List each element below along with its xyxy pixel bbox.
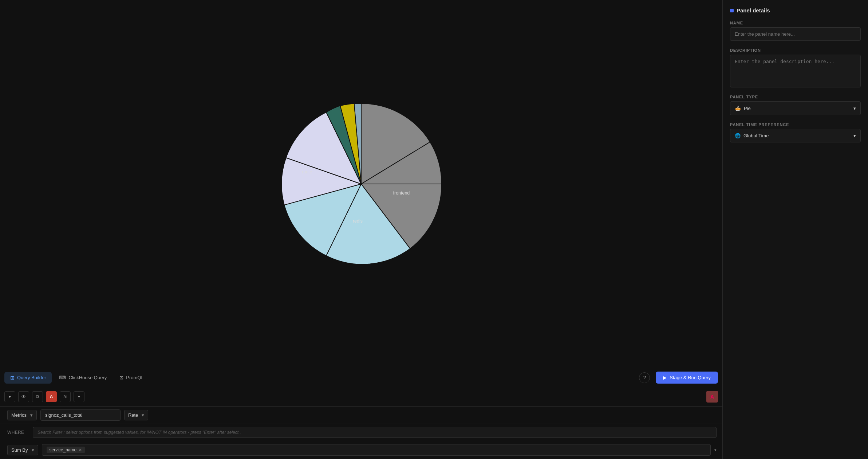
service-name-tag: service_name ✕	[47, 447, 85, 453]
panel-time-left: 🌐 Global Time	[735, 133, 769, 138]
panel-time-value: Global Time	[743, 133, 769, 138]
where-filter-input[interactable]: Search Filter : select options from sugg…	[33, 427, 717, 438]
label-frontend: frontend	[393, 191, 410, 196]
tabs-bar: ⊞ Query Builder ⌨ ClickHouse Query ⧖ Pro…	[0, 368, 722, 387]
panel-type-field-group: PANEL TYPE 🥧 Pie ▾	[730, 95, 861, 115]
eye-icon: 👁	[21, 394, 26, 399]
sum-by-chevron-icon: ▾	[32, 447, 34, 453]
run-query-label: Stage & Run Query	[670, 375, 711, 380]
where-row: WHERE Search Filter : select options fro…	[0, 424, 722, 441]
help-button[interactable]: ?	[639, 372, 650, 383]
query-label-badge: A	[706, 391, 718, 403]
panel-time-field-group: PANEL TIME PREFERENCE 🌐 Global Time ▾	[730, 122, 861, 142]
where-label: WHERE	[7, 430, 29, 435]
copy-icon: ⧉	[36, 394, 39, 399]
label-a-button[interactable]: A	[46, 391, 57, 402]
query-controls: ▾ 👁 ⧉ A fx + A	[0, 387, 722, 407]
panel-dot-icon	[730, 9, 734, 12]
panel-type-select[interactable]: 🥧 Pie ▾	[730, 101, 861, 115]
sum-by-label: Sum By	[11, 447, 28, 453]
type-value: Metrics	[11, 412, 27, 418]
right-panel: Panel details NAME DESCRIPTION PANEL TYP…	[722, 0, 868, 459]
main-area: frontend redis route ⊞ Query Builder ⌨ C…	[0, 0, 722, 459]
tag-text: service_name	[50, 447, 77, 452]
metric-name-input[interactable]	[40, 409, 121, 421]
badge-a-text: A	[710, 394, 714, 400]
chevron-down-icon: ▾	[9, 394, 11, 399]
tab-promql-label: PromQL	[126, 375, 143, 380]
add-button[interactable]: +	[74, 391, 84, 402]
description-input[interactable]	[730, 55, 861, 87]
type-select[interactable]: Metrics ▾	[7, 410, 37, 420]
panel-type-chevron-icon: ▾	[853, 106, 856, 111]
aggregation-value: Rate	[128, 412, 138, 418]
sum-by-tag-input[interactable]: service_name ✕	[42, 444, 711, 456]
description-field-group: DESCRIPTION	[730, 48, 861, 87]
run-query-button[interactable]: ▶ Stage & Run Query	[656, 372, 718, 384]
pie-chart: frontend redis route	[274, 97, 449, 271]
label-badge-a: A	[706, 391, 718, 403]
type-chevron-icon: ▾	[30, 412, 33, 418]
query-section: ⊞ Query Builder ⌨ ClickHouse Query ⧖ Pro…	[0, 368, 722, 459]
tab-clickhouse-query[interactable]: ⌨ ClickHouse Query	[53, 372, 113, 383]
panel-type-label: PANEL TYPE	[730, 95, 861, 99]
panel-title: Panel details	[737, 7, 770, 13]
metrics-row: Metrics ▾ // Set value inline for text i…	[0, 407, 722, 424]
copy-button[interactable]: ⧉	[32, 391, 43, 402]
aggregation-chevron-icon: ▾	[142, 412, 144, 418]
globe-icon: 🌐	[735, 133, 741, 138]
play-icon: ▶	[663, 375, 667, 380]
name-field-group: NAME	[730, 21, 861, 41]
tab-clickhouse-label: ClickHouse Query	[68, 375, 107, 380]
panel-time-chevron-icon: ▾	[853, 133, 856, 138]
label-a-text: A	[50, 394, 53, 399]
panel-time-select[interactable]: 🌐 Global Time ▾	[730, 129, 861, 142]
panel-type-left: 🥧 Pie	[735, 105, 751, 111]
tag-remove-icon[interactable]: ✕	[79, 448, 82, 452]
tab-query-builder[interactable]: ⊞ Query Builder	[4, 372, 52, 384]
where-placeholder: Search Filter : select options from sugg…	[38, 430, 241, 435]
formula-button[interactable]: fx	[60, 391, 71, 402]
tab-promql[interactable]: ⧖ PromQL	[114, 372, 149, 384]
sum-by-select[interactable]: Sum By ▾	[7, 445, 38, 455]
tab-query-builder-label: Query Builder	[17, 375, 46, 380]
fx-icon: fx	[63, 394, 67, 399]
label-route: route	[302, 169, 312, 174]
terminal-icon: ⌨	[59, 375, 66, 380]
pie-chart-icon: 🥧	[735, 105, 741, 111]
grid-icon: ⊞	[10, 375, 15, 381]
chart-area: frontend redis route	[0, 0, 722, 368]
panel-header: Panel details	[730, 7, 861, 13]
name-label: NAME	[730, 21, 861, 25]
sum-by-row: Sum By ▾ service_name ✕ ▾	[0, 441, 722, 459]
expand-icon: ▾	[714, 448, 717, 452]
plus-icon: +	[78, 394, 80, 399]
description-label: DESCRIPTION	[730, 48, 861, 52]
branch-icon: ⧖	[120, 374, 123, 381]
panel-type-value: Pie	[744, 106, 751, 111]
panel-time-label: PANEL TIME PREFERENCE	[730, 122, 861, 127]
name-input[interactable]	[730, 27, 861, 41]
aggregation-select[interactable]: Rate ▾	[124, 410, 148, 420]
label-redis: redis	[353, 219, 363, 224]
visibility-button[interactable]: 👁	[18, 391, 29, 402]
collapse-button[interactable]: ▾	[4, 391, 15, 402]
